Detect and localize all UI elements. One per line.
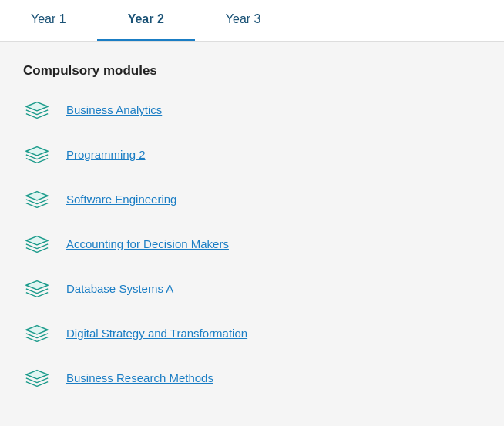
section-title: Compulsory modules bbox=[23, 63, 481, 79]
module-link[interactable]: Business Research Methods bbox=[66, 371, 213, 384]
module-link[interactable]: Software Engineering bbox=[66, 193, 176, 206]
svg-marker-2 bbox=[26, 192, 48, 200]
module-link[interactable]: Digital Strategy and Transformation bbox=[66, 327, 247, 340]
list-item: Database Systems A bbox=[23, 274, 481, 302]
list-item: Programming 2 bbox=[23, 140, 481, 168]
list-item: Business Research Methods bbox=[23, 364, 481, 391]
list-item: Digital Strategy and Transformation bbox=[23, 319, 481, 347]
list-item: Software Engineering bbox=[23, 185, 481, 213]
module-link[interactable]: Programming 2 bbox=[66, 148, 146, 161]
module-link[interactable]: Database Systems A bbox=[66, 282, 173, 295]
content-area: Compulsory modules Business Analytics Pr… bbox=[0, 42, 504, 426]
module-list: Business Analytics Programming 2 Softwar… bbox=[23, 96, 481, 391]
layers-icon bbox=[23, 230, 51, 257]
tab-year2[interactable]: Year 2 bbox=[97, 0, 195, 41]
layers-icon bbox=[23, 364, 51, 391]
year-tabs: Year 1 Year 2 Year 3 bbox=[0, 0, 504, 42]
module-link[interactable]: Business Analytics bbox=[66, 103, 162, 116]
svg-marker-3 bbox=[26, 236, 48, 245]
svg-marker-0 bbox=[26, 102, 48, 111]
list-item: Business Analytics bbox=[23, 96, 481, 123]
layers-icon bbox=[23, 274, 51, 302]
list-item: Accounting for Decision Makers bbox=[23, 230, 481, 257]
page-container: Year 1 Year 2 Year 3 Compulsory modules … bbox=[0, 0, 504, 426]
module-link[interactable]: Accounting for Decision Makers bbox=[66, 237, 229, 250]
layers-icon bbox=[23, 96, 51, 123]
svg-marker-1 bbox=[26, 147, 48, 156]
layers-icon bbox=[23, 185, 51, 213]
svg-marker-6 bbox=[26, 371, 48, 379]
tab-year1[interactable]: Year 1 bbox=[0, 0, 97, 41]
svg-marker-4 bbox=[26, 281, 48, 290]
layers-icon bbox=[23, 319, 51, 347]
layers-icon bbox=[23, 140, 51, 168]
svg-marker-5 bbox=[26, 326, 48, 334]
tab-year3[interactable]: Year 3 bbox=[195, 0, 292, 41]
